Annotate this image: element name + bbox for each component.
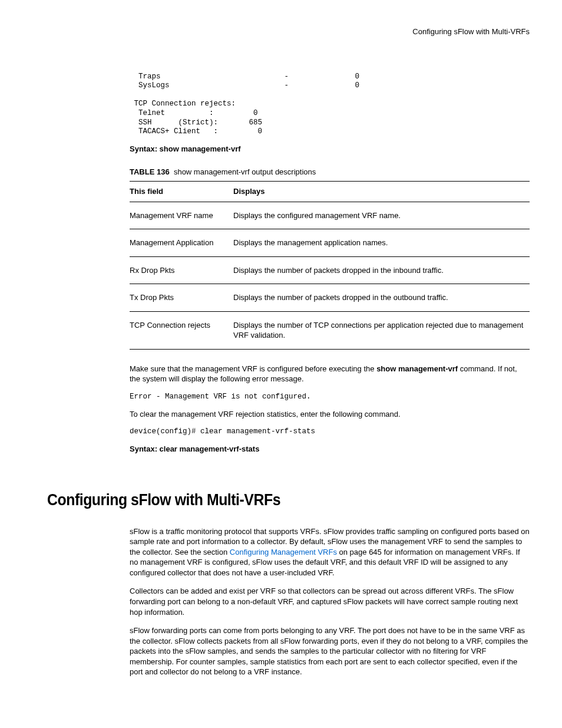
table-title: show management-vrf output descriptions [174, 167, 316, 176]
table-number: TABLE 136 [130, 167, 170, 176]
table-row: Management VRF name Displays the configu… [130, 202, 530, 229]
table-cell-field: Tx Drop Pkts [130, 284, 233, 312]
section-heading: Configuring sFlow with Multi-VRFs [47, 489, 491, 510]
table-cell-field: Management Application [130, 229, 233, 257]
table-header-field: This field [130, 182, 233, 202]
text-run: Make sure that the management VRF is con… [130, 364, 376, 373]
body-paragraph: sFlow is a traffic monitoring protocol t… [130, 526, 530, 578]
table-cell-displays: Displays the configured management VRF n… [233, 202, 530, 229]
cli-output-block: Traps - 0 SysLogs - 0 TCP Connection rej… [130, 73, 530, 137]
command-name: show management-vrf [376, 364, 458, 373]
output-descriptions-table: This field Displays Management VRF name … [130, 181, 530, 350]
table-cell-displays: Displays the number of packets dropped i… [233, 256, 530, 284]
syntax-line-show: Syntax: show management-vrf [130, 144, 530, 154]
table-cell-field: TCP Connection rejects [130, 311, 233, 349]
table-caption: TABLE 136 show management-vrf output des… [130, 167, 530, 177]
body-paragraph: Collectors can be added and exist per VR… [130, 586, 530, 617]
table-cell-field: Management VRF name [130, 202, 233, 229]
table-cell-displays: Displays the management application name… [233, 229, 530, 257]
paragraph: Make sure that the management VRF is con… [130, 364, 530, 384]
table-cell-field: Rx Drop Pkts [130, 256, 233, 284]
table-cell-displays: Displays the number of TCP connections p… [233, 311, 530, 349]
table-row: Rx Drop Pkts Displays the number of pack… [130, 256, 530, 284]
table-row: Management Application Displays the mana… [130, 229, 530, 257]
body-paragraph: sFlow forwarding ports can come from por… [130, 625, 530, 677]
table-row: Tx Drop Pkts Displays the number of pack… [130, 284, 530, 312]
table-cell-displays: Displays the number of packets dropped i… [233, 284, 530, 312]
syntax-line-clear: Syntax: clear management-vrf-stats [130, 444, 530, 454]
table-header-displays: Displays [233, 182, 530, 202]
xref-link[interactable]: Configuring Management VRFs [230, 548, 337, 556]
table-row: TCP Connection rejects Displays the numb… [130, 311, 530, 349]
paragraph: To clear the management VRF rejection st… [130, 409, 530, 420]
clear-command-output: device(config)# clear management-vrf-sta… [130, 427, 530, 437]
running-header: Configuring sFlow with Multi-VRFs [47, 27, 530, 37]
error-output: Error - Management VRF is not configured… [130, 393, 530, 402]
